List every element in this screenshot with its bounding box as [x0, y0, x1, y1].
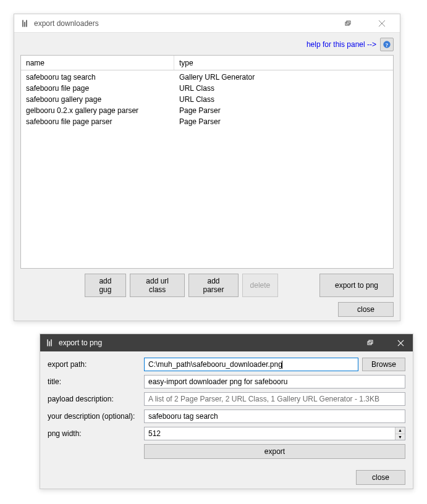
cell-name: gelbooru 0.2.x gallery page parser: [21, 105, 174, 116]
titlebar: export downloaders: [14, 14, 400, 33]
cell-type: URL Class: [174, 83, 393, 94]
add-parser-button[interactable]: add parser: [188, 274, 238, 297]
app-icon: [20, 19, 29, 28]
column-header-type[interactable]: type: [174, 56, 393, 70]
png-width-stepper[interactable]: ▲ ▼: [144, 427, 405, 440]
cell-type: URL Class: [174, 94, 393, 105]
export-to-png-window: export to png export path: C:\muh_path\s…: [40, 334, 413, 489]
close-icon[interactable]: [370, 15, 394, 32]
window-title: export downloaders: [34, 19, 336, 28]
titlebar: export to png: [40, 334, 413, 351]
stepper-down-icon[interactable]: ▼: [395, 434, 405, 440]
cell-type: Page Parser: [174, 105, 393, 116]
downloaders-list[interactable]: name type safebooru tag search Gallery U…: [20, 55, 394, 269]
maximize-icon[interactable]: [336, 15, 359, 32]
list-item[interactable]: safebooru gallery page URL Class: [21, 94, 393, 105]
export-path-label: export path:: [48, 360, 140, 369]
browse-button[interactable]: Browse: [362, 358, 405, 371]
maximize-icon[interactable]: [357, 334, 382, 351]
cell-name: safebooru tag search: [21, 72, 174, 83]
cell-name: safebooru file page: [21, 83, 174, 94]
your-description-label: your description (optional):: [48, 412, 140, 421]
help-icon[interactable]: ?: [380, 38, 394, 51]
export-to-png-button[interactable]: export to png: [319, 274, 394, 297]
cell-name: safebooru file page parser: [21, 116, 174, 127]
stepper-up-icon[interactable]: ▲: [395, 427, 405, 434]
cell-type: Page Parser: [174, 116, 393, 127]
column-header-name[interactable]: name: [21, 56, 174, 70]
export-downloaders-window: export downloaders help for this panel -…: [14, 14, 400, 321]
your-description-input[interactable]: [144, 410, 405, 423]
cell-name: safebooru gallery page: [21, 94, 174, 105]
png-width-label: png width:: [48, 429, 140, 438]
add-gug-button[interactable]: add gug: [85, 274, 126, 297]
delete-button: delete: [242, 274, 279, 297]
help-link[interactable]: help for this panel -->: [307, 40, 376, 49]
list-item[interactable]: safebooru file page URL Class: [21, 83, 393, 94]
app-icon: [45, 338, 54, 347]
list-item[interactable]: safebooru tag search Gallery URL Generat…: [21, 72, 393, 83]
title-label: title:: [48, 377, 140, 386]
close-button[interactable]: close: [356, 470, 405, 485]
window-title: export to png: [59, 338, 357, 347]
close-button[interactable]: close: [338, 302, 394, 317]
list-item[interactable]: safebooru file page parser Page Parser: [21, 116, 393, 127]
payload-description-input: [144, 392, 405, 406]
svg-text:?: ?: [386, 42, 388, 48]
payload-description-label: payload description:: [48, 395, 140, 403]
close-icon[interactable]: [388, 334, 413, 351]
export-path-input[interactable]: C:\muh_path\safebooru_downloader.png: [144, 358, 358, 371]
add-url-class-button[interactable]: add url class: [130, 274, 185, 297]
png-width-input[interactable]: [145, 427, 395, 440]
list-item[interactable]: gelbooru 0.2.x gallery page parser Page …: [21, 105, 393, 116]
list-header: name type: [21, 56, 393, 70]
title-input[interactable]: [144, 375, 405, 388]
cell-type: Gallery URL Generator: [174, 72, 393, 83]
export-button[interactable]: export: [144, 444, 405, 459]
